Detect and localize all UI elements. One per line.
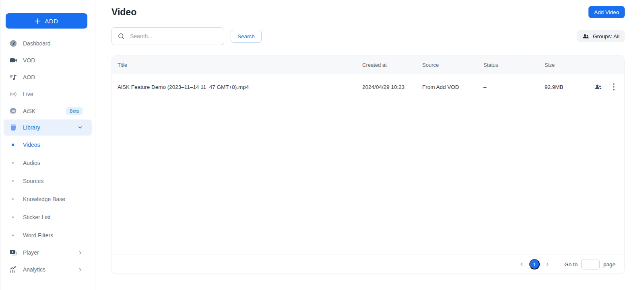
- app-window: ADD Dashboard VOD AOD: [0, 0, 644, 290]
- search-input[interactable]: [129, 33, 219, 40]
- sidebar: ADD Dashboard VOD AOD: [0, 0, 95, 290]
- sidebar-item-analytics[interactable]: Analytics: [0, 261, 95, 278]
- previous-page-button[interactable]: [517, 262, 526, 267]
- bullet-icon: [12, 144, 14, 146]
- sidebar-item-vod[interactable]: VOD: [0, 52, 95, 69]
- library-icon: [9, 123, 17, 132]
- kebab-menu-icon: [613, 83, 615, 90]
- table-row[interactable]: AiSK Feature Demo (2023–11–14 11_47 GMT+…: [112, 74, 624, 100]
- next-page-button[interactable]: [543, 262, 552, 267]
- video-table-card: Title Created at Source Status Size AiSK…: [111, 55, 625, 274]
- users-icon: [582, 33, 589, 40]
- sidebar-item-library[interactable]: Library: [4, 119, 92, 136]
- sidebar-nav: Dashboard VOD AOD Live: [0, 35, 95, 278]
- search-box: [111, 27, 224, 45]
- analytics-chart-icon: [9, 265, 17, 274]
- page-header: Video Add Video: [111, 6, 625, 19]
- page-title: Video: [111, 7, 136, 18]
- add-button[interactable]: ADD: [6, 13, 87, 29]
- chevron-right-icon: [78, 251, 83, 255]
- sidebar-item-player[interactable]: Player: [0, 244, 95, 261]
- sidebar-item-videos[interactable]: Videos: [0, 136, 95, 154]
- music-note-icon: [9, 73, 17, 81]
- page-label: page: [603, 261, 615, 267]
- sidebar-item-label: Sticker List: [23, 214, 50, 220]
- sidebar-item-sticker-list[interactable]: Sticker List: [0, 208, 95, 226]
- sidebar-item-label: Audios: [23, 160, 40, 166]
- goto-page-group: Go to page: [564, 259, 615, 269]
- status-cell: –: [483, 84, 545, 90]
- main-content: Video Add Video Search Groups: All Title: [95, 0, 644, 290]
- chevron-left-icon: [519, 262, 524, 267]
- sidebar-item-label: Dashboard: [23, 40, 51, 47]
- sidebar-item-label: AOD: [23, 74, 35, 80]
- sidebar-item-label: Knowledge Base: [23, 196, 65, 202]
- row-actions: [594, 83, 615, 91]
- sidebar-item-label: Library: [23, 124, 40, 131]
- chevron-down-icon: [78, 125, 83, 130]
- groups-button-label: Groups: All: [593, 33, 619, 39]
- table-header: Title Created at Source Status Size: [112, 56, 624, 74]
- player-icon: [9, 249, 17, 257]
- search-icon: [118, 33, 125, 40]
- column-header-title: Title: [118, 62, 362, 68]
- toolbar: Search Groups: All: [111, 27, 625, 45]
- plus-icon: [35, 18, 41, 24]
- bullet-icon: [12, 198, 14, 200]
- beta-badge: Beta: [66, 107, 83, 115]
- sidebar-item-label: Word Filters: [23, 232, 53, 239]
- video-camera-icon: [9, 56, 17, 64]
- ai-chat-bubble-icon: Ai: [9, 107, 17, 115]
- source-cell: From Add VOD: [422, 84, 483, 90]
- groups-filter-button[interactable]: Groups: All: [577, 30, 625, 42]
- sidebar-item-aod[interactable]: AOD: [0, 69, 95, 86]
- sidebar-item-label: AiSK: [23, 108, 35, 114]
- sidebar-item-sources[interactable]: Sources: [0, 172, 95, 190]
- column-header-source: Source: [422, 62, 483, 68]
- add-button-label: ADD: [45, 18, 58, 25]
- sidebar-item-live[interactable]: Live: [0, 86, 95, 103]
- sidebar-item-label: Live: [23, 91, 33, 97]
- sidebar-item-label: Analytics: [23, 266, 45, 273]
- size-cell: 92.9MB: [545, 84, 594, 90]
- bullet-icon: [12, 162, 14, 163]
- sidebar-item-audios[interactable]: Audios: [0, 154, 95, 172]
- sidebar-item-dashboard[interactable]: Dashboard: [0, 35, 95, 52]
- users-icon: [594, 83, 602, 91]
- broadcast-icon: [9, 90, 17, 98]
- created-at-cell: 2024/04/29 10:23: [362, 84, 422, 90]
- sidebar-item-label: VOD: [23, 57, 35, 64]
- table-footer: 1 Go to page: [112, 255, 624, 274]
- table-empty-space: [112, 100, 624, 255]
- dashboard-icon: [9, 39, 17, 47]
- chevron-right-icon: [545, 262, 550, 267]
- column-header-status: Status: [483, 62, 545, 68]
- svg-text:Ai: Ai: [12, 109, 15, 113]
- bullet-icon: [12, 234, 14, 236]
- column-header-size: Size: [545, 62, 594, 68]
- sidebar-item-word-filters[interactable]: Word Filters: [0, 226, 95, 244]
- chevron-right-icon: [78, 267, 83, 272]
- sidebar-item-knowledge-base[interactable]: Knowledge Base: [0, 190, 95, 208]
- sidebar-item-label: Videos: [23, 142, 40, 148]
- sidebar-item-label: Player: [23, 249, 39, 256]
- video-title-cell: AiSK Feature Demo (2023–11–14 11_47 GMT+…: [118, 84, 362, 90]
- row-groups-button[interactable]: [594, 83, 602, 91]
- page-number-button[interactable]: 1: [529, 259, 540, 269]
- add-video-button[interactable]: Add Video: [588, 6, 625, 18]
- search-button[interactable]: Search: [231, 30, 262, 43]
- goto-label: Go to: [564, 261, 578, 267]
- bullet-icon: [12, 216, 14, 218]
- sidebar-item-label: Sources: [23, 178, 43, 184]
- column-header-created-at: Created at: [362, 62, 422, 68]
- bullet-icon: [12, 180, 14, 181]
- row-more-menu-button[interactable]: [613, 83, 615, 90]
- sidebar-item-aisk[interactable]: Ai AiSK Beta: [0, 103, 95, 119]
- goto-page-input[interactable]: [581, 259, 600, 269]
